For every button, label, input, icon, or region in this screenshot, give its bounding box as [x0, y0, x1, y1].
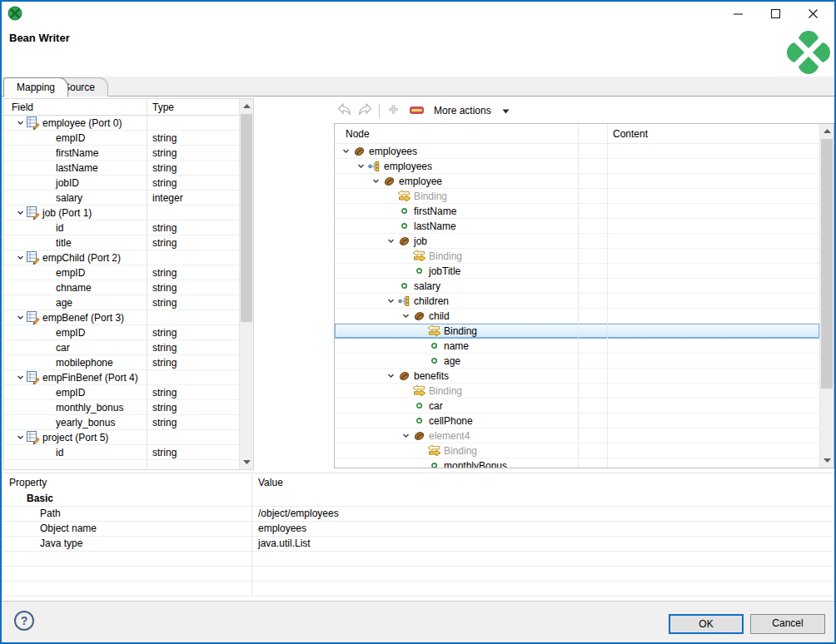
chevron-expanded-icon[interactable]	[385, 236, 396, 245]
property-row[interactable]	[2, 552, 834, 567]
minimize-button[interactable]	[724, 5, 752, 25]
port-row[interactable]: employee (Port 0)	[4, 116, 239, 131]
property-label: Java type	[40, 537, 82, 551]
scroll-up-icon[interactable]	[820, 124, 834, 138]
field-row[interactable]: salaryinteger	[4, 191, 239, 206]
field-row[interactable]: chnamestring	[4, 280, 239, 295]
binding-row[interactable]: Binding	[335, 384, 819, 399]
chevron-expanded-icon[interactable]	[370, 176, 381, 186]
field-row[interactable]: firstNamestring	[4, 146, 239, 161]
node-row[interactable]: age	[335, 354, 819, 369]
chevron-expanded-icon[interactable]	[14, 253, 26, 262]
property-value: java.util.List	[258, 537, 311, 551]
field-row[interactable]	[4, 460, 239, 470]
clover-app-icon	[7, 6, 22, 21]
chevron-expanded-icon[interactable]	[355, 161, 366, 171]
chevron-expanded-icon[interactable]	[14, 433, 26, 442]
node-row[interactable]: lastName	[335, 219, 819, 234]
scroll-up-icon[interactable]	[240, 99, 253, 113]
property-row[interactable]: Path/object/employees	[2, 507, 834, 522]
field-row[interactable]: empIDstring	[4, 325, 239, 340]
property-row[interactable]: Basic	[2, 492, 834, 507]
property-row[interactable]	[2, 567, 834, 582]
chevron-expanded-icon[interactable]	[400, 431, 411, 440]
maximize-button[interactable]	[761, 5, 789, 25]
field-row[interactable]: idstring	[4, 445, 239, 460]
chevron-expanded-icon[interactable]	[14, 208, 26, 217]
node-row[interactable]: monthlyBonus	[335, 458, 819, 468]
more-actions-button[interactable]: More actions	[434, 102, 510, 120]
node-row[interactable]: job	[335, 234, 819, 249]
field-row[interactable]: jobIDstring	[4, 176, 239, 191]
node-row[interactable]: car	[335, 399, 819, 414]
field-row[interactable]: yearly_bonusstring	[4, 415, 239, 430]
node-row[interactable]: salary	[335, 279, 819, 294]
field-label: age	[56, 297, 72, 309]
tree-scrollbar[interactable]	[819, 124, 834, 468]
node-row[interactable]: employees	[335, 144, 819, 159]
more-actions-label: More actions	[434, 105, 491, 116]
field-row[interactable]: carstring	[4, 340, 239, 355]
forward-arrow-button[interactable]	[355, 102, 376, 120]
node-row[interactable]: element4	[335, 429, 819, 443]
port-row[interactable]: project (Port 5)	[4, 430, 239, 445]
chevron-expanded-icon[interactable]	[400, 311, 411, 320]
page-title: Bean Writer	[9, 32, 70, 44]
content-column-header: Content	[613, 128, 648, 140]
chevron-expanded-icon[interactable]	[14, 313, 26, 322]
remove-button[interactable]	[407, 102, 426, 120]
row-content: employee (Port 0)	[4, 116, 122, 130]
add-button[interactable]	[385, 102, 402, 120]
node-row[interactable]: cellPhone	[335, 414, 819, 429]
back-arrow-button[interactable]	[334, 102, 355, 120]
binding-row[interactable]: Binding	[335, 189, 819, 204]
field-row[interactable]: empIDstring	[4, 385, 239, 400]
close-button[interactable]	[799, 5, 827, 25]
port-row[interactable]: empChild (Port 2)	[4, 250, 239, 265]
property-row[interactable]: Object nameemployees	[2, 522, 834, 537]
node-row[interactable]: benefits	[335, 369, 819, 384]
property-row[interactable]	[2, 582, 834, 597]
binding-row[interactable]: Binding	[335, 249, 819, 264]
ok-button[interactable]: OK	[669, 614, 744, 634]
field-row[interactable]: monthly_bonusstring	[4, 400, 239, 415]
bean-icon	[351, 146, 366, 157]
scroll-down-icon[interactable]	[820, 453, 834, 468]
field-row[interactable]: titlestring	[4, 235, 239, 250]
node-label: car	[429, 400, 443, 412]
fields-scrollbar[interactable]	[239, 99, 253, 469]
port-row[interactable]: job (Port 1)	[4, 206, 239, 220]
field-row[interactable]: empIDstring	[4, 131, 239, 146]
node-row[interactable]: child	[335, 309, 819, 324]
port-row[interactable]: empFinBenef (Port 4)	[4, 370, 239, 385]
property-row[interactable]: Java typejava.util.List	[2, 537, 834, 552]
field-row[interactable]: idstring	[4, 220, 239, 235]
help-icon[interactable]: ?	[14, 611, 34, 631]
forward-arrow-icon	[357, 102, 373, 119]
chevron-expanded-icon[interactable]	[385, 296, 396, 305]
node-row[interactable]: children	[335, 294, 819, 309]
chevron-expanded-icon[interactable]	[385, 371, 396, 380]
node-row[interactable]: employee	[335, 174, 819, 189]
scroll-down-icon[interactable]	[240, 455, 253, 469]
node-row[interactable]: employees	[335, 159, 819, 174]
field-row[interactable]: agestring	[4, 295, 239, 310]
node-row[interactable]: name	[335, 339, 819, 354]
node-row[interactable]: jobTitle	[335, 264, 819, 279]
field-row[interactable]: mobilephonestring	[4, 355, 239, 370]
chevron-expanded-icon[interactable]	[14, 118, 26, 127]
chevron-expanded-icon[interactable]	[340, 146, 351, 156]
field-row[interactable]: empIDstring	[4, 265, 239, 280]
chevron-expanded-icon[interactable]	[14, 373, 26, 382]
port-label: project (Port 5)	[42, 432, 108, 443]
node-row[interactable]: firstName	[335, 204, 819, 219]
port-row[interactable]: empBenef (Port 3)	[4, 310, 239, 325]
scrollbar-thumb[interactable]	[241, 114, 252, 322]
binding-row[interactable]: Binding	[335, 443, 819, 458]
field-row[interactable]: lastNamestring	[4, 161, 239, 176]
node-tree-rows: employeesemployeesemployeeBindingfirstNa…	[335, 144, 819, 468]
scrollbar-thumb[interactable]	[821, 139, 833, 389]
cancel-button[interactable]: Cancel	[750, 614, 825, 634]
binding-row[interactable]: Binding	[335, 324, 819, 339]
tab-mapping[interactable]: Mapping	[3, 77, 68, 97]
